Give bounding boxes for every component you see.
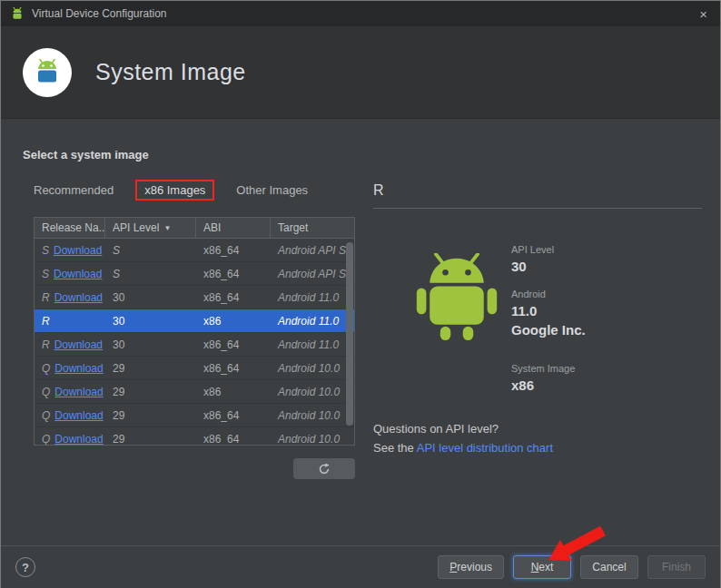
target-cell: Android 10.0 bbox=[271, 409, 354, 422]
tab-other-images[interactable]: Other Images bbox=[229, 180, 315, 201]
download-link[interactable]: Download bbox=[54, 244, 102, 257]
footer: ? Previous Next Cancel Finish bbox=[1, 545, 720, 588]
tab-recommended[interactable]: Recommended bbox=[26, 180, 121, 201]
download-link[interactable]: Download bbox=[54, 291, 103, 304]
system-image-table: Release Na...API Level▼ABITarget SDownlo… bbox=[34, 217, 355, 446]
api-level-cell: 29 bbox=[105, 409, 196, 422]
finish-button[interactable]: Finish bbox=[647, 555, 706, 579]
sort-arrow-icon: ▼ bbox=[163, 224, 171, 232]
footer-buttons: Previous Next Cancel Finish bbox=[438, 555, 706, 579]
target-cell: Android API S bbox=[271, 244, 354, 257]
window-title: Virtual Device Configuration bbox=[32, 7, 167, 20]
column-header-api-level[interactable]: API Level▼ bbox=[105, 218, 196, 238]
release-letter: Q bbox=[42, 386, 50, 398]
release-letter: S bbox=[42, 268, 49, 280]
download-link[interactable]: Download bbox=[54, 362, 103, 375]
release-letter: R bbox=[42, 315, 50, 328]
android-logo-icon bbox=[10, 6, 25, 21]
table-row[interactable]: RDownload30x86_64Android 11.0 bbox=[35, 286, 354, 309]
download-link[interactable]: Download bbox=[54, 386, 103, 398]
details-divider bbox=[373, 208, 702, 209]
api-level-cell: S bbox=[105, 268, 196, 280]
release-letter: Q bbox=[42, 362, 50, 375]
details-title: R bbox=[373, 182, 702, 199]
target-cell: Android 11.0 bbox=[271, 315, 354, 328]
table-scrollbar[interactable] bbox=[346, 240, 353, 443]
wizard-header: System Image bbox=[1, 26, 720, 119]
target-cell: Android 11.0 bbox=[271, 338, 354, 351]
main-content: Select a system image Recommendedx86 Ima… bbox=[1, 119, 720, 545]
table-row[interactable]: SDownloadSx86_64Android API S bbox=[35, 239, 354, 262]
download-link[interactable]: Download bbox=[54, 409, 103, 422]
release-letter: S bbox=[42, 244, 49, 257]
details-info: API Level 30 Android 11.0 Google Inc. Sy… bbox=[511, 244, 586, 393]
api-level-cell: 29 bbox=[105, 362, 196, 375]
api-level-value: 30 bbox=[511, 259, 586, 274]
abi-cell: x86 bbox=[196, 386, 271, 398]
api-level-cell: 29 bbox=[105, 433, 196, 446]
table-header: Release Na...API Level▼ABITarget bbox=[35, 218, 354, 239]
download-link[interactable]: Download bbox=[54, 338, 103, 351]
tabs: Recommendedx86 ImagesOther Images bbox=[26, 173, 315, 206]
release-letter: R bbox=[42, 338, 50, 351]
column-header-abi[interactable]: ABI bbox=[196, 218, 271, 238]
abi-cell: x86_64 bbox=[196, 433, 271, 446]
android-version: 11.0 bbox=[511, 303, 586, 318]
close-icon[interactable]: × bbox=[696, 6, 711, 22]
table-row[interactable]: RDownload30x86_64Android 11.0 bbox=[35, 333, 354, 357]
table-body: SDownloadSx86_64Android API SSDownloadSx… bbox=[35, 239, 354, 446]
see-the-text: See the bbox=[373, 441, 417, 455]
target-cell: Android API S bbox=[271, 268, 354, 280]
next-button[interactable]: Next bbox=[513, 555, 571, 579]
column-header-release-na[interactable]: Release Na... bbox=[35, 218, 105, 238]
api-level-cell: 30 bbox=[105, 291, 196, 304]
page-title: System Image bbox=[95, 59, 246, 85]
abi-cell: x86_64 bbox=[196, 244, 271, 257]
api-level-question: Questions on API level? bbox=[373, 422, 499, 436]
scrollbar-thumb[interactable] bbox=[346, 242, 353, 426]
table-row[interactable]: QDownload29x86_64Android 10.0 bbox=[35, 357, 354, 380]
android-robot-logo bbox=[413, 253, 500, 348]
abi-cell: x86 bbox=[196, 315, 271, 328]
api-level-cell: 29 bbox=[105, 386, 196, 398]
release-letter: R bbox=[42, 291, 50, 304]
table-row[interactable]: QDownload29x86_64Android 10.0 bbox=[35, 427, 354, 446]
table-row[interactable]: R30x86Android 11.0 bbox=[35, 309, 354, 333]
titlebar: Virtual Device Configuration × bbox=[1, 1, 720, 26]
abi-cell: x86_64 bbox=[196, 268, 271, 280]
target-cell: Android 10.0 bbox=[271, 386, 354, 398]
abi-cell: x86_64 bbox=[196, 338, 271, 351]
target-cell: Android 11.0 bbox=[271, 291, 354, 304]
system-image-value: x86 bbox=[511, 377, 586, 393]
target-cell: Android 10.0 bbox=[271, 433, 354, 446]
refresh-button[interactable] bbox=[293, 458, 355, 479]
table-row[interactable]: QDownload29x86Android 10.0 bbox=[35, 380, 354, 404]
api-level-cell: 30 bbox=[105, 338, 196, 351]
cancel-button[interactable]: Cancel bbox=[580, 555, 638, 579]
download-link[interactable]: Download bbox=[54, 433, 103, 446]
release-letter: Q bbox=[42, 409, 50, 422]
api-level-link-line: See the API level distribution chart bbox=[373, 441, 553, 455]
details-panel: R bbox=[373, 182, 702, 482]
abi-cell: x86_64 bbox=[196, 291, 271, 304]
api-level-label: API Level bbox=[511, 244, 586, 255]
avd-logo bbox=[23, 48, 72, 97]
refresh-icon bbox=[318, 463, 331, 475]
system-image-label: System Image bbox=[511, 363, 586, 374]
help-button[interactable]: ? bbox=[15, 557, 35, 577]
abi-cell: x86_64 bbox=[196, 409, 271, 422]
table-row[interactable]: SDownloadSx86_64Android API S bbox=[35, 262, 354, 286]
download-link[interactable]: Download bbox=[54, 268, 102, 280]
api-distribution-chart-link[interactable]: API level distribution chart bbox=[417, 441, 553, 455]
tab-x86-images[interactable]: x86 Images bbox=[135, 180, 214, 201]
column-header-target[interactable]: Target bbox=[271, 218, 354, 238]
table-row[interactable]: QDownload29x86_64Android 10.0 bbox=[35, 404, 354, 427]
previous-button[interactable]: Previous bbox=[438, 555, 504, 579]
section-title: Select a system image bbox=[23, 148, 149, 162]
release-letter: Q bbox=[42, 433, 50, 446]
virtual-device-configuration-dialog: Virtual Device Configuration × System Im… bbox=[0, 0, 721, 588]
abi-cell: x86_64 bbox=[196, 362, 271, 375]
api-level-cell: 30 bbox=[105, 315, 196, 328]
target-cell: Android 10.0 bbox=[271, 362, 354, 375]
api-level-cell: S bbox=[105, 244, 196, 257]
